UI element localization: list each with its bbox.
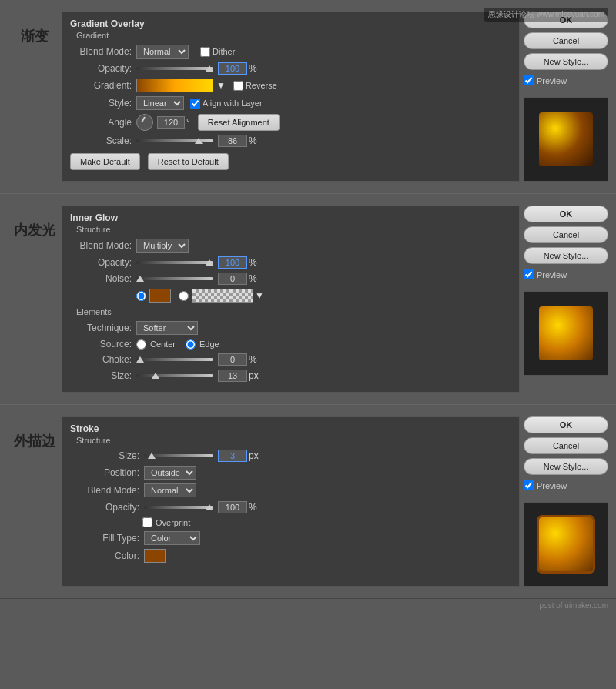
fill-type-select[interactable]: Color Gradient Pattern	[144, 531, 200, 545]
choke-slider[interactable]	[136, 358, 213, 361]
ig-opacity-row: Opacity: %	[70, 256, 511, 269]
preview-checkbox-1[interactable]	[524, 75, 534, 85]
choke-row: Choke: %	[70, 353, 511, 366]
opacity-label: Opacity:	[70, 63, 132, 74]
reset-default-button[interactable]: Reset to Default	[148, 153, 229, 170]
reverse-checkbox[interactable]	[233, 81, 243, 91]
preview-checkbox-2[interactable]	[524, 269, 534, 279]
stroke-color-swatch[interactable]	[144, 549, 166, 563]
new-style-button-2[interactable]: New Style...	[524, 247, 608, 264]
ig-opacity-input[interactable]	[218, 256, 247, 269]
ok-button-3[interactable]: OK	[524, 416, 608, 433]
panel3-title: Stroke	[70, 423, 511, 434]
scale-input[interactable]	[218, 135, 247, 147]
gradient-overlay-section: 渐变 Gradient Overlay Gradient Blend Mode:…	[0, 0, 616, 194]
ig-noise-label: Noise:	[70, 273, 132, 284]
stroke-blend-label: Blend Mode:	[70, 485, 139, 496]
stroke-opacity-label: Opacity:	[70, 502, 139, 513]
preview-label-1: Preview	[537, 76, 567, 85]
dither-label: Dither	[213, 47, 235, 56]
ig-color-swatch[interactable]	[149, 289, 171, 303]
stroke-blend-select[interactable]: Normal Multiply Screen	[144, 483, 196, 497]
ig-color-row: ▼	[70, 289, 511, 303]
technique-label: Technique:	[70, 323, 132, 333]
stroke-size-unit: px	[249, 450, 259, 461]
angle-label: Angle	[70, 117, 132, 128]
ig-noise-slider[interactable]	[136, 277, 213, 280]
ig-size-label: Size:	[70, 370, 132, 381]
ig-noise-input[interactable]	[218, 273, 247, 285]
stroke-size-slider[interactable]	[144, 454, 213, 457]
stroke-opacity-row: Opacity: %	[70, 501, 511, 513]
opacity-slider[interactable]	[136, 67, 213, 70]
ig-gradient-radio[interactable]	[179, 291, 189, 301]
blend-mode-label: Blend Mode:	[70, 46, 132, 57]
blend-mode-select[interactable]: Normal Multiply Screen	[136, 45, 189, 59]
scale-slider[interactable]	[136, 139, 213, 142]
opacity-input[interactable]	[218, 62, 247, 75]
angle-input[interactable]	[157, 116, 185, 129]
angle-dial[interactable]	[136, 114, 153, 131]
technique-select[interactable]: Softer Precise	[136, 321, 198, 335]
ok-button-2[interactable]: OK	[524, 206, 608, 222]
stroke-size-row: Size: px	[70, 450, 511, 462]
preview-image-1	[539, 112, 593, 166]
ig-blend-select[interactable]: Multiply Normal Screen	[136, 239, 189, 253]
stroke-opacity-input[interactable]	[218, 501, 247, 513]
section2-label: 内发光	[8, 206, 62, 239]
angle-row: Angle ° Reset Alignment	[70, 114, 511, 131]
reverse-label: Reverse	[246, 81, 277, 90]
ig-solid-radio[interactable]	[136, 291, 146, 301]
preview-checkbox-3[interactable]	[524, 480, 534, 490]
edge-radio[interactable]	[186, 339, 196, 350]
source-row: Source: Center Edge	[70, 339, 511, 350]
ig-size-slider[interactable]	[136, 374, 213, 377]
preview-label-3: Preview	[537, 481, 567, 490]
inner-glow-panel: Inner Glow Structure Blend Mode: Multipl…	[62, 206, 520, 393]
center-label: Center	[150, 339, 176, 349]
angle-unit: °	[186, 117, 190, 128]
stroke-opacity-unit: %	[249, 502, 257, 513]
align-label: Align with Layer	[203, 99, 263, 108]
fill-type-label: Fill Type:	[70, 533, 139, 544]
section2-buttons: OK Cancel New Style... Preview	[524, 206, 608, 393]
dither-checkbox[interactable]	[200, 47, 210, 57]
panel1-subtitle: Gradient	[70, 31, 511, 40]
stroke-opacity-slider[interactable]	[144, 506, 213, 509]
preview-row-2: Preview	[524, 269, 608, 279]
panel3-subtitle: Structure	[70, 436, 511, 445]
ig-gradient-preview[interactable]	[192, 289, 253, 303]
style-select[interactable]: Linear Radial Angle	[136, 96, 184, 110]
footer-note: post of uimaker.com	[0, 599, 616, 612]
center-radio[interactable]	[136, 339, 146, 350]
ig-opacity-slider[interactable]	[136, 261, 213, 264]
section3-buttons: OK Cancel New Style... Preview	[524, 416, 608, 587]
new-style-button-1[interactable]: New Style...	[524, 53, 608, 70]
panel1-title: Gradient Overlay	[70, 18, 511, 29]
overprint-label: Overprint	[156, 518, 190, 527]
reset-alignment-button[interactable]: Reset Alignment	[198, 114, 280, 131]
cancel-button-1[interactable]: Cancel	[524, 32, 608, 49]
make-default-button[interactable]: Make Default	[70, 153, 140, 170]
position-select[interactable]: Outside Inside Center	[144, 466, 196, 480]
ig-size-input[interactable]	[218, 370, 247, 382]
choke-input[interactable]	[218, 353, 247, 366]
cancel-button-2[interactable]: Cancel	[524, 226, 608, 243]
choke-label: Choke:	[70, 354, 132, 365]
stroke-size-input[interactable]	[218, 450, 247, 462]
preview-row-1: Preview	[524, 75, 608, 85]
overprint-checkbox[interactable]	[142, 517, 152, 527]
panel2-title: Inner Glow	[70, 212, 511, 223]
new-style-button-3[interactable]: New Style...	[524, 458, 608, 475]
stroke-size-label: Size:	[70, 450, 139, 461]
overprint-row: Overprint	[70, 517, 511, 527]
fill-type-row: Fill Type: Color Gradient Pattern	[70, 531, 511, 545]
cancel-button-3[interactable]: Cancel	[524, 437, 608, 454]
position-row: Position: Outside Inside Center	[70, 466, 511, 480]
align-checkbox[interactable]	[190, 99, 200, 109]
stroke-color-label: Color:	[70, 550, 139, 561]
gradient-swatch[interactable]	[136, 79, 213, 92]
scale-unit: %	[249, 135, 257, 146]
section3-label: 外描边	[8, 416, 62, 450]
technique-row: Technique: Softer Precise	[70, 321, 511, 335]
